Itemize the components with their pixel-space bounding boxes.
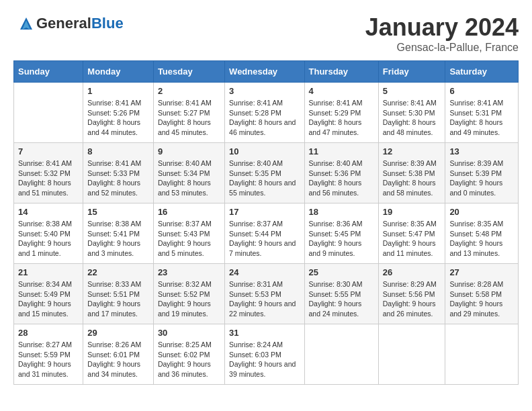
day-number: 22 bbox=[87, 267, 149, 277]
day-info: Sunrise: 8:34 AMSunset: 5:49 PMDaylight:… bbox=[18, 279, 79, 319]
day-cell: 8Sunrise: 8:41 AMSunset: 5:33 PMDaylight… bbox=[83, 143, 154, 203]
calendar-body: 1Sunrise: 8:41 AMSunset: 5:26 PMDaylight… bbox=[14, 83, 519, 385]
day-cell: 30Sunrise: 8:25 AMSunset: 6:02 PMDayligh… bbox=[153, 324, 224, 385]
day-info: Sunrise: 8:27 AMSunset: 5:59 PMDaylight:… bbox=[18, 340, 79, 379]
day-info: Sunrise: 8:38 AMSunset: 5:41 PMDaylight:… bbox=[87, 219, 149, 259]
day-cell: 22Sunrise: 8:33 AMSunset: 5:51 PMDayligh… bbox=[83, 264, 154, 324]
day-number: 15 bbox=[87, 207, 149, 217]
day-info: Sunrise: 8:41 AMSunset: 5:28 PMDaylight:… bbox=[229, 98, 300, 138]
day-number: 30 bbox=[158, 328, 220, 338]
day-cell: 14Sunrise: 8:38 AMSunset: 5:40 PMDayligh… bbox=[14, 203, 83, 264]
day-number: 3 bbox=[229, 86, 300, 96]
day-number: 25 bbox=[309, 267, 374, 277]
header-day-monday: Monday bbox=[83, 61, 154, 83]
week-row-5: 28Sunrise: 8:27 AMSunset: 5:59 PMDayligh… bbox=[14, 324, 519, 385]
day-number: 23 bbox=[158, 267, 220, 277]
week-row-1: 1Sunrise: 8:41 AMSunset: 5:26 PMDaylight… bbox=[14, 83, 519, 143]
day-cell: 1Sunrise: 8:41 AMSunset: 5:26 PMDaylight… bbox=[83, 83, 154, 143]
day-cell bbox=[445, 324, 519, 385]
day-number: 20 bbox=[449, 207, 514, 217]
day-info: Sunrise: 8:40 AMSunset: 5:34 PMDaylight:… bbox=[158, 158, 220, 198]
week-row-4: 21Sunrise: 8:34 AMSunset: 5:49 PMDayligh… bbox=[14, 264, 519, 324]
day-info: Sunrise: 8:30 AMSunset: 5:55 PMDaylight:… bbox=[309, 279, 374, 319]
day-cell: 12Sunrise: 8:39 AMSunset: 5:38 PMDayligh… bbox=[378, 143, 445, 203]
day-info: Sunrise: 8:41 AMSunset: 5:27 PMDaylight:… bbox=[158, 98, 220, 138]
header-day-sunday: Sunday bbox=[14, 61, 83, 83]
page-header: GeneralBlue January 2024 Gensac-la-Pallu… bbox=[13, 13, 519, 54]
header-day-friday: Friday bbox=[378, 61, 445, 83]
day-number: 28 bbox=[18, 328, 79, 338]
header-row: SundayMondayTuesdayWednesdayThursdayFrid… bbox=[14, 61, 519, 83]
day-info: Sunrise: 8:41 AMSunset: 5:30 PMDaylight:… bbox=[383, 98, 441, 138]
day-number: 1 bbox=[87, 86, 149, 96]
day-number: 27 bbox=[449, 267, 514, 277]
day-number: 31 bbox=[229, 328, 300, 338]
day-info: Sunrise: 8:39 AMSunset: 5:39 PMDaylight:… bbox=[449, 158, 514, 198]
day-number: 14 bbox=[18, 207, 79, 217]
day-info: Sunrise: 8:36 AMSunset: 5:45 PMDaylight:… bbox=[309, 219, 374, 259]
day-info: Sunrise: 8:37 AMSunset: 5:43 PMDaylight:… bbox=[158, 219, 220, 259]
day-info: Sunrise: 8:40 AMSunset: 5:35 PMDaylight:… bbox=[229, 158, 300, 198]
day-number: 18 bbox=[309, 207, 374, 217]
day-info: Sunrise: 8:37 AMSunset: 5:44 PMDaylight:… bbox=[229, 219, 300, 259]
day-info: Sunrise: 8:29 AMSunset: 5:56 PMDaylight:… bbox=[383, 279, 441, 319]
day-number: 5 bbox=[383, 86, 441, 96]
day-number: 6 bbox=[449, 86, 514, 96]
day-cell: 24Sunrise: 8:31 AMSunset: 5:53 PMDayligh… bbox=[225, 264, 304, 324]
calendar-header: SundayMondayTuesdayWednesdayThursdayFrid… bbox=[14, 61, 519, 83]
title-area: January 2024 Gensac-la-Pallue, France bbox=[365, 13, 519, 54]
day-info: Sunrise: 8:25 AMSunset: 6:02 PMDaylight:… bbox=[158, 340, 220, 379]
day-info: Sunrise: 8:31 AMSunset: 5:53 PMDaylight:… bbox=[229, 279, 300, 319]
day-number: 11 bbox=[309, 146, 374, 156]
day-number: 16 bbox=[158, 207, 220, 217]
logo-icon bbox=[16, 13, 36, 34]
day-number: 21 bbox=[18, 267, 79, 277]
header-day-tuesday: Tuesday bbox=[153, 61, 224, 83]
day-info: Sunrise: 8:39 AMSunset: 5:38 PMDaylight:… bbox=[383, 158, 441, 198]
day-cell: 10Sunrise: 8:40 AMSunset: 5:35 PMDayligh… bbox=[225, 143, 304, 203]
day-number: 7 bbox=[18, 146, 79, 156]
day-cell: 5Sunrise: 8:41 AMSunset: 5:30 PMDaylight… bbox=[378, 83, 445, 143]
day-number: 10 bbox=[229, 146, 300, 156]
day-cell: 25Sunrise: 8:30 AMSunset: 5:55 PMDayligh… bbox=[304, 264, 378, 324]
day-cell: 17Sunrise: 8:37 AMSunset: 5:44 PMDayligh… bbox=[225, 203, 304, 264]
day-cell: 31Sunrise: 8:24 AMSunset: 6:03 PMDayligh… bbox=[225, 324, 304, 385]
day-info: Sunrise: 8:40 AMSunset: 5:36 PMDaylight:… bbox=[309, 158, 374, 198]
week-row-2: 7Sunrise: 8:41 AMSunset: 5:32 PMDaylight… bbox=[14, 143, 519, 203]
header-day-thursday: Thursday bbox=[304, 61, 378, 83]
day-info: Sunrise: 8:24 AMSunset: 6:03 PMDaylight:… bbox=[229, 340, 300, 379]
day-cell: 16Sunrise: 8:37 AMSunset: 5:43 PMDayligh… bbox=[153, 203, 224, 264]
day-cell: 28Sunrise: 8:27 AMSunset: 5:59 PMDayligh… bbox=[14, 324, 83, 385]
logo: GeneralBlue bbox=[13, 13, 124, 34]
day-cell bbox=[14, 83, 83, 143]
day-info: Sunrise: 8:41 AMSunset: 5:32 PMDaylight:… bbox=[18, 158, 79, 198]
logo-text-blue: Blue bbox=[91, 15, 124, 32]
day-cell: 13Sunrise: 8:39 AMSunset: 5:39 PMDayligh… bbox=[445, 143, 519, 203]
day-cell: 7Sunrise: 8:41 AMSunset: 5:32 PMDaylight… bbox=[14, 143, 83, 203]
day-number: 26 bbox=[383, 267, 441, 277]
day-cell: 21Sunrise: 8:34 AMSunset: 5:49 PMDayligh… bbox=[14, 264, 83, 324]
day-cell: 6Sunrise: 8:41 AMSunset: 5:31 PMDaylight… bbox=[445, 83, 519, 143]
day-cell: 2Sunrise: 8:41 AMSunset: 5:27 PMDaylight… bbox=[153, 83, 224, 143]
day-info: Sunrise: 8:33 AMSunset: 5:51 PMDaylight:… bbox=[87, 279, 149, 319]
day-cell: 29Sunrise: 8:26 AMSunset: 6:01 PMDayligh… bbox=[83, 324, 154, 385]
day-number: 29 bbox=[87, 328, 149, 338]
day-number: 17 bbox=[229, 207, 300, 217]
day-cell: 23Sunrise: 8:32 AMSunset: 5:52 PMDayligh… bbox=[153, 264, 224, 324]
day-info: Sunrise: 8:35 AMSunset: 5:47 PMDaylight:… bbox=[383, 219, 441, 259]
day-cell: 4Sunrise: 8:41 AMSunset: 5:29 PMDaylight… bbox=[304, 83, 378, 143]
day-info: Sunrise: 8:41 AMSunset: 5:33 PMDaylight:… bbox=[87, 158, 149, 198]
month-title: January 2024 bbox=[365, 13, 519, 42]
day-cell: 9Sunrise: 8:40 AMSunset: 5:34 PMDaylight… bbox=[153, 143, 224, 203]
day-info: Sunrise: 8:41 AMSunset: 5:26 PMDaylight:… bbox=[87, 98, 149, 138]
day-cell bbox=[304, 324, 378, 385]
day-cell: 26Sunrise: 8:29 AMSunset: 5:56 PMDayligh… bbox=[378, 264, 445, 324]
day-cell: 15Sunrise: 8:38 AMSunset: 5:41 PMDayligh… bbox=[83, 203, 154, 264]
day-cell: 20Sunrise: 8:35 AMSunset: 5:48 PMDayligh… bbox=[445, 203, 519, 264]
day-number: 8 bbox=[87, 146, 149, 156]
day-cell: 11Sunrise: 8:40 AMSunset: 5:36 PMDayligh… bbox=[304, 143, 378, 203]
header-day-saturday: Saturday bbox=[445, 61, 519, 83]
day-cell: 18Sunrise: 8:36 AMSunset: 5:45 PMDayligh… bbox=[304, 203, 378, 264]
day-info: Sunrise: 8:38 AMSunset: 5:40 PMDaylight:… bbox=[18, 219, 79, 259]
day-info: Sunrise: 8:41 AMSunset: 5:29 PMDaylight:… bbox=[309, 98, 374, 138]
